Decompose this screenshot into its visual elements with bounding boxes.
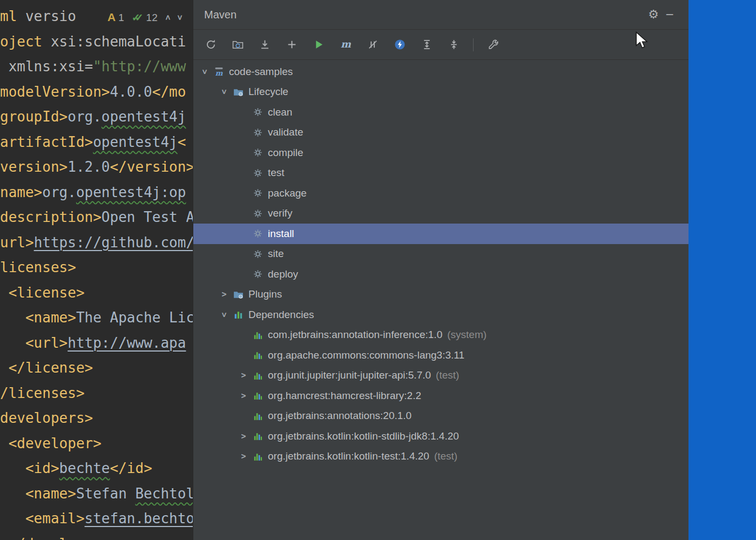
- generate-sources-button[interactable]: [230, 37, 245, 52]
- code-segment: http://www.apa: [68, 335, 186, 351]
- tree-row-org-jetbrains-kotlin-kotlin-stdlib-jdk8-1-4-20[interactable]: >org.jetbrains.kotlin:kotlin-stdlib-jdk8…: [193, 426, 688, 447]
- code-segment: description>: [0, 209, 102, 225]
- chevron-down-icon[interactable]: >: [219, 85, 229, 99]
- tree-row-plugins[interactable]: >Plugins: [193, 285, 688, 305]
- code-segment: [0, 510, 25, 526]
- tree-label: Dependencies: [248, 309, 314, 321]
- desktop-background: [688, 0, 756, 540]
- folder-refresh-icon: [232, 39, 244, 50]
- tree-row-com-jetbrains-annotation-inference-1-0[interactable]: >com.jetbrains:annotation-inference:1.0(…: [193, 325, 688, 346]
- reload-icon: [205, 39, 217, 50]
- tree-label: org.jetbrains.kotlin:kotlin-stdlib-jdk8:…: [268, 430, 459, 442]
- chevron-right-icon[interactable]: >: [237, 391, 251, 401]
- code-segment: [0, 485, 25, 502]
- tree-row-test[interactable]: >test: [193, 163, 688, 184]
- code-segment: artifactId>: [0, 134, 93, 150]
- code-segment: stefan.bechto: [85, 510, 193, 526]
- hide-tool-window-icon[interactable]: −: [662, 6, 678, 23]
- toolbar-separator: [473, 38, 474, 51]
- reload-all-maven-projects-button[interactable]: [203, 37, 218, 52]
- code-segment: org.: [68, 109, 102, 125]
- warning-indicator[interactable]: A1: [107, 11, 124, 24]
- add-maven-project-button[interactable]: [284, 37, 299, 52]
- code-segment: </developer>: [0, 536, 110, 540]
- tree-label: org.apache.commons:commons-lang3:3.11: [268, 349, 464, 361]
- code-line: <name>Stefan Bechtol: [0, 481, 193, 507]
- code-editor[interactable]: ml versiooject xsi:schemaLocati xmlns:xs…: [0, 0, 193, 540]
- code-line: description>Open Test Al: [0, 205, 193, 230]
- tree-row-dependencies[interactable]: >Dependencies: [193, 305, 688, 325]
- tree-label: com.jetbrains:annotation-inference:1.0: [268, 329, 442, 341]
- run-maven-build-button[interactable]: [311, 37, 326, 52]
- goal-icon: [251, 188, 265, 198]
- chevron-right-icon[interactable]: >: [217, 289, 231, 299]
- tree-row-org-hamcrest-hamcrest-library-2-2[interactable]: >org.hamcrest:hamcrest-library:2.2: [193, 386, 688, 406]
- code-segment: /licenses>: [0, 385, 85, 401]
- tree-row-clean[interactable]: >clean: [193, 102, 688, 123]
- next-problem-button[interactable]: >: [176, 15, 186, 20]
- tree-row-lifecycle[interactable]: >Lifecycle: [193, 82, 688, 103]
- dependency-icon: [251, 370, 265, 381]
- tree-row-validate[interactable]: >validate: [193, 123, 688, 143]
- maven-m-icon: m: [340, 39, 352, 50]
- download-sources-button[interactable]: [257, 37, 272, 52]
- panel-title: Maven: [204, 9, 237, 21]
- gear-icon[interactable]: ⚙: [645, 6, 662, 23]
- chevron-right-icon[interactable]: >: [237, 370, 251, 380]
- execute-maven-goal-button[interactable]: m: [338, 37, 353, 52]
- maven-settings-button[interactable]: [485, 37, 501, 52]
- code-segment: <email>: [25, 510, 85, 526]
- tree-row-org-apache-commons-commons-lang3-3-11[interactable]: >org.apache.commons:commons-lang3:3.11: [193, 345, 688, 366]
- offline-mode-button[interactable]: [392, 37, 407, 52]
- warning-count: 1: [118, 12, 124, 23]
- tree-row-verify[interactable]: >verify: [193, 204, 688, 224]
- code-segment: xmlns:xsi=: [0, 58, 93, 75]
- tree-label: org.junit.jupiter:junit-jupiter-api:5.7.…: [268, 369, 431, 381]
- code-segment: [0, 309, 25, 326]
- code-segment: xsi:schemaLocati: [42, 33, 186, 50]
- tree-row-deploy[interactable]: >deploy: [193, 264, 688, 285]
- maven-panel-header: Maven ⚙ −: [193, 0, 688, 30]
- tree-label: validate: [268, 126, 303, 138]
- code-line: artifactId>opentest4j<: [0, 130, 193, 155]
- collapse-all-button[interactable]: [446, 37, 461, 52]
- maven-tree: >mcode-samples>Lifecycle>clean>validate>…: [193, 60, 688, 540]
- code-segment: bechte: [59, 460, 110, 476]
- typo-indicator[interactable]: ✓✓12: [132, 11, 158, 24]
- code-segment: licenses>: [0, 259, 76, 275]
- chevron-down-icon[interactable]: >: [219, 308, 229, 322]
- code-segment: <developer>: [0, 435, 102, 451]
- goal-icon: [251, 208, 265, 219]
- tree-label: Plugins: [248, 288, 282, 300]
- tree-row-package[interactable]: >package: [193, 183, 688, 204]
- tree-row-org-jetbrains-kotlin-kotlin-test-1-4-20[interactable]: >org.jetbrains.kotlin:kotlin-test:1.4.20…: [193, 447, 688, 467]
- tree-label: code-samples: [229, 66, 293, 78]
- code-segment: ml: [0, 8, 17, 24]
- code-segment: opentest4j: [93, 134, 178, 150]
- code-segment: https://github.com/: [34, 234, 193, 251]
- double-check-icon: ✓: [135, 12, 144, 23]
- chevron-right-icon[interactable]: >: [237, 451, 251, 461]
- tree-row-org-jetbrains-annotations-20-1-0[interactable]: >org.jetbrains:annotations:20.1.0: [193, 406, 688, 427]
- inspection-widget[interactable]: A1 ✓✓12 > >: [102, 6, 188, 28]
- tree-suffix: (test): [436, 369, 459, 381]
- code-segment: <id>: [25, 460, 59, 476]
- skip-tests-button[interactable]: [365, 37, 380, 52]
- tree-row-compile[interactable]: >compile: [193, 143, 688, 163]
- code-segment: org.: [42, 184, 76, 200]
- previous-problem-button[interactable]: >: [163, 15, 173, 20]
- tree-row-org-junit-jupiter-junit-jupiter-api-5-7-0[interactable]: >org.junit.jupiter:junit-jupiter-api:5.7…: [193, 366, 688, 386]
- chevron-down-icon[interactable]: >: [200, 65, 210, 79]
- tree-label: compile: [268, 147, 303, 159]
- tree-label: test: [268, 167, 285, 179]
- code-segment: "http://www: [93, 58, 186, 75]
- expand-all-button[interactable]: [419, 37, 434, 52]
- tree-row-code-samples[interactable]: >mcode-samples: [193, 62, 688, 82]
- tree-label: package: [268, 187, 307, 199]
- code-line: xmlns:xsi="http://www: [0, 54, 193, 79]
- tree-row-install[interactable]: >install: [193, 224, 688, 244]
- chevron-right-icon[interactable]: >: [237, 431, 251, 441]
- code-segment: opentest4j: [102, 109, 186, 125]
- tree-label: clean: [268, 106, 292, 118]
- tree-row-site[interactable]: >site: [193, 244, 688, 265]
